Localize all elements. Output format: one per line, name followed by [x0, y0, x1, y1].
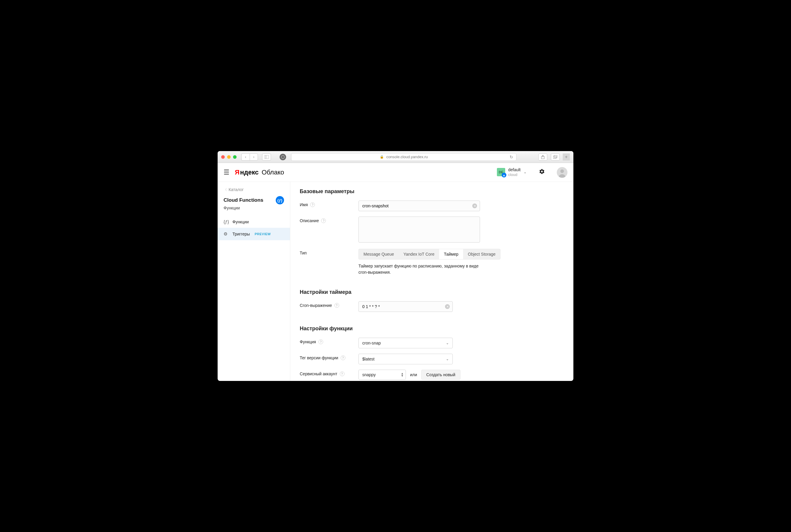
nav-buttons: ‹ › [241, 153, 258, 160]
traffic-lights [221, 155, 237, 159]
forward-button[interactable]: › [250, 153, 258, 160]
type-description: Таймер запускает функцию по расписанию, … [358, 263, 483, 276]
type-tab-iot-core[interactable]: Yandex IoT Core [399, 249, 439, 259]
svg-rect-0 [264, 155, 269, 159]
cloud-texts: default cloud [508, 167, 521, 177]
window-minimize-icon[interactable] [227, 155, 231, 159]
service-account-value: snappy [362, 372, 375, 377]
row-type: Тип Message Queue Yandex IoT Core Таймер… [300, 249, 564, 276]
updown-icon: ▴▾ [401, 372, 403, 377]
window-close-icon[interactable] [221, 155, 225, 159]
sidebar-title: Cloud Functions [223, 197, 263, 203]
type-tab-object-storage[interactable]: Object Storage [463, 249, 500, 259]
back-button[interactable]: ‹ [241, 153, 250, 160]
preview-badge: PREVIEW [255, 232, 271, 236]
function-select-value: cron-snap [362, 341, 381, 345]
breadcrumb[interactable]: 〈 Каталог [218, 187, 290, 196]
logo-yandex-rest: ндекс [240, 169, 259, 176]
help-icon[interactable]: ? [341, 356, 345, 360]
tag-select[interactable]: $latest ⌄ [358, 354, 453, 364]
sidebar-title-row: Cloud Functions {ƒ} [218, 196, 290, 204]
breadcrumb-label: Каталог [228, 187, 244, 192]
service-account-select[interactable]: snappy ▴▾ [358, 370, 406, 380]
clear-icon[interactable]: ✕ [445, 304, 450, 309]
cloud-badge: DE ▲ [497, 168, 505, 176]
create-new-label: Создать новый [426, 372, 455, 377]
function-label: Функция [300, 340, 316, 344]
privacy-shield-icon[interactable]: ◯ [280, 154, 286, 160]
logo-cloud-word: Облако [261, 169, 284, 176]
chrome-right: + [537, 153, 570, 160]
name-input[interactable] [358, 201, 480, 211]
cloud-sub: cloud [508, 172, 521, 177]
chevron-down-icon: ⌄ [446, 357, 449, 361]
description-label: Описание [300, 218, 319, 223]
type-tab-timer[interactable]: Таймер [439, 249, 463, 259]
type-label: Тип [300, 251, 307, 255]
share-button[interactable] [538, 153, 547, 160]
svg-point-5 [560, 169, 564, 173]
section-timer-title: Настройки таймера [300, 289, 564, 295]
or-text: или [410, 372, 417, 377]
main: Базовые параметры Имя ? ✕ Описание ? [290, 182, 573, 381]
chevron-down-icon: ⌄ [446, 341, 449, 345]
help-icon[interactable]: ? [321, 218, 326, 223]
logo-letter-y: Я [235, 169, 240, 176]
chevron-down-icon: ⌄ [523, 170, 527, 174]
gear-icon: ⚙ [223, 231, 229, 237]
name-label: Имя [300, 202, 308, 207]
app: ☰ Яндекс Облако DE ▲ default cloud ⌄ [218, 163, 573, 381]
functions-icon: {ƒ} [276, 196, 284, 204]
type-tab-message-queue[interactable]: Message Queue [359, 249, 399, 259]
row-tag: Тег версии функции ? $latest ⌄ [300, 354, 564, 364]
sidebar-item-label: Триггеры [233, 232, 250, 236]
tag-label: Тег версии функции [300, 356, 338, 360]
app-topbar: ☰ Яндекс Облако DE ▲ default cloud ⌄ [218, 163, 573, 182]
row-cron: Cron-выражение ? ✕ [300, 301, 564, 312]
type-tabs: Message Queue Yandex IoT Core Таймер Obj… [358, 249, 500, 260]
cloud-up-icon: ▲ [502, 173, 507, 177]
avatar[interactable] [557, 167, 568, 178]
lock-icon: 🔒 [380, 155, 384, 159]
service-account-label: Сервисный аккаунт [300, 372, 337, 376]
section-basic-title: Базовые параметры [300, 188, 564, 195]
sidebar-item-label: Функции [233, 220, 249, 224]
cloud-name: default [508, 167, 521, 172]
code-icon: {ƒ} [223, 219, 229, 224]
url-bar[interactable]: ◯ 🔒 console.cloud.yandex.ru ↻ [291, 153, 516, 161]
sidebar-item-triggers[interactable]: ⚙ Триггеры PREVIEW [218, 228, 290, 240]
browser-window: ‹ › ◯ 🔒 console.cloud.yandex.ru ↻ + ☰ Ян… [218, 151, 573, 381]
cron-label: Cron-выражение [300, 303, 332, 308]
sidebar-toggle-button[interactable] [262, 153, 271, 160]
section-function-title: Настройки функции [300, 325, 564, 332]
menu-icon[interactable]: ☰ [223, 169, 229, 176]
sidebar-subtitle: Функции [218, 204, 290, 216]
svg-rect-4 [554, 155, 557, 157]
help-icon[interactable]: ? [310, 202, 315, 207]
reload-icon[interactable]: ↻ [510, 155, 513, 159]
help-icon[interactable]: ? [340, 372, 345, 376]
cron-input[interactable] [358, 301, 453, 312]
content: 〈 Каталог Cloud Functions {ƒ} Функции {ƒ… [218, 182, 573, 381]
chevron-left-icon: 〈 [223, 188, 227, 192]
svg-rect-3 [553, 156, 556, 158]
row-name: Имя ? ✕ [300, 201, 564, 211]
settings-icon[interactable] [539, 169, 545, 176]
tabs-button[interactable] [551, 153, 560, 160]
cloud-selector[interactable]: DE ▲ default cloud ⌄ [497, 167, 527, 177]
logo[interactable]: Яндекс Облако [235, 169, 284, 176]
clear-icon[interactable]: ✕ [472, 204, 477, 208]
create-new-button[interactable]: Создать новый [421, 370, 460, 380]
description-input[interactable] [358, 216, 480, 243]
help-icon[interactable]: ? [334, 303, 339, 308]
sidebar-item-functions[interactable]: {ƒ} Функции [218, 216, 290, 228]
window-zoom-icon[interactable] [233, 155, 237, 159]
url-text: console.cloud.yandex.ru [386, 155, 428, 159]
row-description: Описание ? [300, 216, 564, 244]
help-icon[interactable]: ? [318, 340, 323, 344]
new-tab-button[interactable]: + [563, 153, 570, 160]
browser-chrome: ‹ › ◯ 🔒 console.cloud.yandex.ru ↻ + [218, 151, 573, 163]
sidebar: 〈 Каталог Cloud Functions {ƒ} Функции {ƒ… [218, 182, 290, 381]
function-select[interactable]: cron-snap ⌄ [358, 338, 453, 348]
row-function: Функция ? cron-snap ⌄ [300, 338, 564, 348]
